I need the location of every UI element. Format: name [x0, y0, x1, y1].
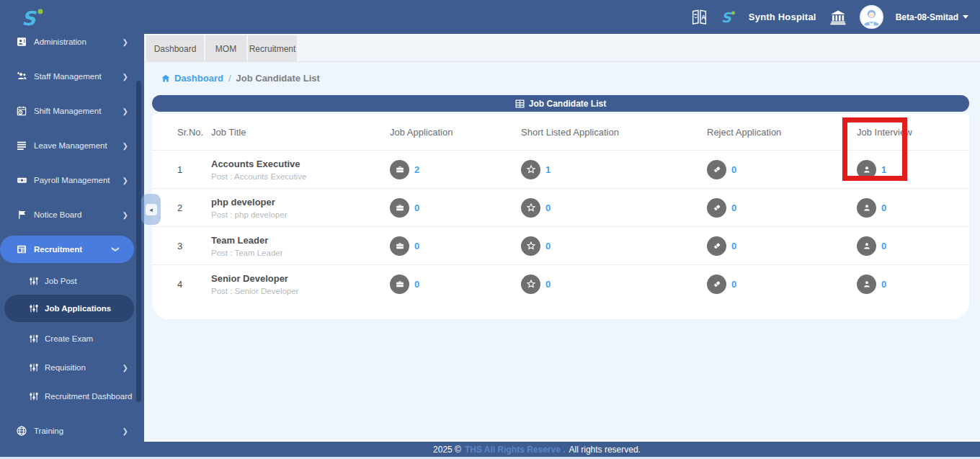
app-logo[interactable]: S	[20, 6, 46, 30]
top-bar: A S Synth Hospital	[0, 0, 980, 34]
sidebar-item-label: Notice Board	[34, 210, 81, 219]
sidebar-item-label: Staff Management	[34, 72, 102, 81]
star-icon	[521, 160, 540, 179]
chevron-right-icon: ❯	[122, 142, 128, 150]
user-menu[interactable]: Beta-08-Smitad	[896, 12, 968, 22]
eraser-icon	[707, 198, 726, 218]
job-post-subtitle: Post : Team Leader	[211, 249, 390, 257]
footer: 2025 © THS All Rights Reserve . All righ…	[0, 442, 980, 457]
reject-count[interactable]: 0	[731, 241, 736, 251]
highlight-box	[842, 117, 907, 181]
short-listed-count[interactable]: 0	[545, 241, 551, 251]
job-application-count[interactable]: 0	[414, 279, 419, 290]
chevron-right-icon: ❯	[122, 38, 128, 46]
sidebar-item-administration[interactable]: Administration ❯	[0, 28, 144, 55]
briefcase-icon	[390, 198, 409, 218]
short-listed-count[interactable]: 1	[545, 164, 551, 175]
short-listed-count[interactable]: 0	[545, 279, 551, 290]
sidebar-item-label: Training	[34, 427, 63, 435]
interview-count[interactable]: 0	[881, 202, 886, 213]
reject-count[interactable]: 0	[731, 279, 736, 290]
main-content: Dashboard MOM Recruitment Dashboard / Jo…	[144, 34, 980, 442]
sidebar-subitem-requisition[interactable]: Requisition ❯	[0, 354, 144, 381]
sidebar-item-label: Payroll Management	[34, 176, 110, 184]
chevron-right-icon: ❯	[122, 73, 128, 81]
sidebar-item-notice-board[interactable]: Notice Board ❯	[0, 201, 144, 228]
user-avatar[interactable]	[860, 5, 883, 29]
sidebar-subitem-label: Recruitment Dashboard	[45, 392, 132, 401]
sidebar-subitem-job-applications[interactable]: Job Applications	[4, 295, 134, 322]
reject-count[interactable]: 0	[731, 164, 736, 175]
col-job-title: Job Title	[211, 127, 390, 138]
breadcrumb-home-link[interactable]: Dashboard	[161, 73, 223, 84]
tab-dashboard[interactable]: Dashboard	[146, 35, 204, 62]
table-row: 2 php developer Post : php developer 0 0…	[152, 188, 969, 226]
username-label: Beta-08-Smitad	[896, 12, 958, 22]
short-listed-count[interactable]: 0	[545, 202, 551, 213]
sidebar-item-recruitment[interactable]: Recruitment ❯	[0, 236, 134, 263]
job-title: Accounts Executive	[211, 159, 390, 170]
interview-count[interactable]: 0	[881, 241, 886, 251]
hospital-name: Synth Hospital	[749, 12, 816, 22]
list-lines-icon	[15, 140, 28, 151]
job-post-subtitle: Post : Senior Developer	[211, 287, 390, 295]
col-job-application: Job Application	[390, 127, 521, 138]
sliders-icon	[27, 391, 40, 402]
sidebar-subitem-label: Job Applications	[45, 304, 111, 313]
sidebar-item-training[interactable]: Training ❯	[0, 417, 144, 445]
reject-count[interactable]: 0	[731, 202, 736, 213]
chevron-right-icon: ❯	[122, 211, 128, 219]
sidebar-subitem-create-exam[interactable]: Create Exam	[0, 325, 144, 352]
sidebar-subitem-recruitment-dashboard[interactable]: Recruitment Dashboard	[0, 383, 144, 410]
row-srno: 1	[177, 164, 211, 175]
chevron-right-icon: ❯	[122, 364, 128, 372]
tab-recruitment[interactable]: Recruitment	[248, 35, 297, 62]
job-application-count[interactable]: 0	[414, 202, 419, 213]
breadcrumb-separator: /	[228, 73, 231, 84]
flag-icon	[15, 209, 28, 220]
banknote-icon	[15, 174, 28, 186]
star-icon	[521, 236, 540, 256]
person-icon	[857, 275, 876, 294]
row-srno: 2	[177, 202, 211, 213]
sidebar-collapse-handle[interactable]: ◂	[141, 194, 161, 225]
col-srno: Sr.No.	[177, 127, 211, 138]
svg-text:A: A	[701, 14, 705, 21]
topbar-actions: A S Synth Hospital	[690, 0, 968, 34]
brand-logo-small: S	[721, 9, 736, 26]
sidebar-scrollbar[interactable]	[136, 81, 141, 402]
table-row: 3 Team Leader Post : Team Leader 0 0 0 0	[152, 226, 969, 264]
star-icon	[521, 275, 540, 294]
sidebar-item-shift-management[interactable]: Shift Management ❯	[0, 97, 144, 125]
footer-rights: All rights reserved.	[569, 445, 641, 455]
job-application-count[interactable]: 2	[414, 164, 419, 175]
sidebar-item-payroll-management[interactable]: Payroll Management ❯	[0, 166, 144, 194]
job-title: php developer	[211, 197, 390, 208]
translate-icon[interactable]: A	[690, 8, 708, 26]
interview-count[interactable]: 0	[881, 279, 886, 290]
row-srno: 4	[177, 279, 211, 290]
briefcase-icon	[390, 275, 409, 294]
table-row: 4 Senior Developer Post : Senior Develop…	[152, 264, 969, 303]
star-icon	[521, 198, 540, 218]
footer-link[interactable]: THS All Rights Reserve .	[465, 445, 566, 455]
panel-header: Job Candidate List	[152, 95, 969, 112]
footer-year: 2025 ©	[433, 445, 461, 455]
tab-mom[interactable]: MOM	[205, 35, 246, 62]
job-application-count[interactable]: 0	[414, 241, 419, 251]
sidebar-item-label: Recruitment	[34, 245, 82, 254]
job-post-subtitle: Post : php developer	[211, 210, 390, 219]
col-short-listed: Short Listed Application	[521, 127, 707, 138]
sidebar-item-label: Administration	[34, 37, 86, 46]
sidebar-item-staff-management[interactable]: Staff Management ❯	[0, 63, 144, 90]
id-badge-icon	[15, 36, 28, 48]
sliders-icon	[27, 303, 40, 314]
caret-down-icon	[963, 15, 968, 19]
sidebar-item-leave-management[interactable]: Leave Management ❯	[0, 132, 144, 159]
institution-icon[interactable]	[829, 9, 847, 26]
row-srno: 3	[177, 241, 211, 251]
sidebar-item-label: Shift Management	[34, 107, 101, 115]
job-post-subtitle: Post : Accounts Executive	[211, 172, 390, 181]
eraser-icon	[707, 160, 726, 179]
sidebar-subitem-job-post[interactable]: Job Post	[0, 267, 144, 295]
